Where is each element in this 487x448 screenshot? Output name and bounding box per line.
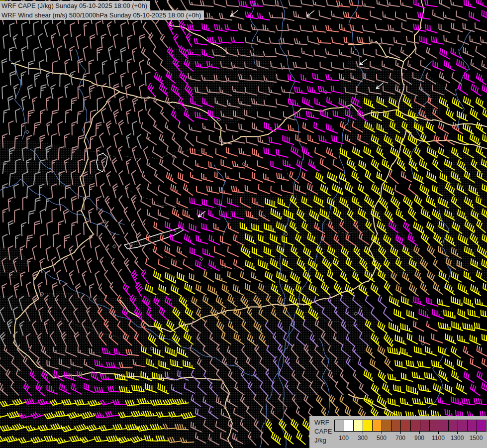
legend-cell [391, 420, 400, 431]
legend-tick-mark [400, 431, 401, 434]
legend-tick-label: 1500 [470, 435, 483, 442]
map-title-wind-shear: WRF Wind shear (m/s) 500/1000hPa Sunday … [0, 10, 204, 20]
legend-tick-mark [438, 431, 439, 434]
legend-tick-label: 1100 [432, 435, 445, 442]
legend-tick-label: 300 [358, 435, 368, 442]
legend-cell [353, 420, 363, 431]
weather-map [0, 0, 487, 448]
legend-tick-label: 900 [414, 435, 424, 442]
legend-cell [420, 420, 429, 431]
legend-cell [344, 420, 353, 431]
legend-label: WRF CAPE J/kg [314, 418, 332, 445]
legend-tick-label: 100 [339, 435, 349, 442]
legend-tick-label: 500 [377, 435, 387, 442]
legend-cell [439, 420, 448, 431]
legend-cell [335, 420, 344, 431]
weather-model-viewport: WRF CAPE (J/kg) Sunday 05-10-2025 18:00 … [0, 0, 487, 448]
legend-tick-mark [419, 431, 420, 434]
legend-cell [410, 420, 420, 431]
legend-cell [400, 420, 410, 431]
legend-label-unit: J/kg [314, 436, 332, 445]
legend-tick-label: 700 [395, 435, 405, 442]
legend-cell [363, 420, 372, 431]
legend-cell [467, 420, 477, 431]
legend-tick-mark [476, 431, 477, 434]
legend-colorbar [334, 420, 487, 432]
legend-cell [477, 420, 486, 431]
legend-cell [448, 420, 458, 431]
map-title-cape: WRF CAPE (J/kg) Sunday 05-10-2025 18:00 … [0, 1, 150, 10]
cape-legend: WRF CAPE J/kg 10030050070090011001300150… [309, 416, 487, 448]
legend-tick-mark [344, 431, 344, 434]
legend-tick-mark [382, 431, 382, 434]
legend-label-model: WRF [314, 418, 332, 427]
legend-cell [429, 420, 439, 431]
legend-label-variable: CAPE [314, 427, 332, 436]
legend-tick-row: 100300500700900110013001500 [334, 431, 486, 446]
legend-tick-mark [457, 431, 458, 434]
legend-cell [382, 420, 391, 431]
legend-tick-mark [363, 431, 363, 434]
legend-cell [372, 420, 382, 431]
legend-tick-label: 1300 [451, 435, 464, 442]
legend-cell [458, 420, 467, 431]
